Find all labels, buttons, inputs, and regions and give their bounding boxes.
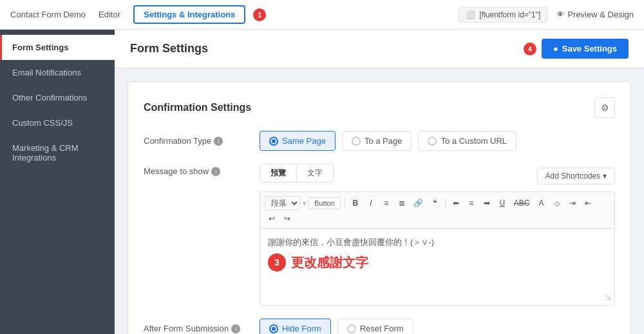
redo-button[interactable]: ↪: [281, 213, 294, 224]
top-nav-right: ⬜ [fluentform id="1"] 👁 Preview & Design: [459, 7, 634, 23]
preview-design-link[interactable]: 👁 Preview & Design: [556, 10, 634, 19]
after-form-submission-row: After Form Submission i Hide Form Reset …: [144, 319, 615, 334]
radio-dot-to-a-custom-url: [428, 137, 437, 146]
option-reset-form[interactable]: Reset Form: [337, 319, 413, 334]
card-header: Confirmation Settings ⚙: [144, 97, 615, 118]
top-nav-left: Contact Form Demo Editor Settings & Inte…: [10, 5, 266, 24]
option-same-page[interactable]: Same Page: [260, 131, 336, 151]
message-to-show-row: Message to show i 預覽 文字: [144, 164, 615, 306]
step-badge-1: 1: [253, 8, 266, 21]
editor-line-1: 謝謝你的來信，小豆會盡快回覆你的！(＞∨-): [268, 237, 607, 248]
undo-button[interactable]: ↩: [265, 213, 278, 224]
info-icon-after-submission: i: [231, 324, 240, 333]
step-badge-4: 4: [524, 43, 536, 55]
option-to-a-custom-url[interactable]: To a Custom URL: [418, 131, 516, 151]
after-form-submission-label: After Form Submission i: [144, 324, 260, 333]
outdent-button[interactable]: ⇤: [582, 197, 594, 209]
sidebar-item-email-notifications[interactable]: Email Notifications: [0, 60, 115, 85]
message-editor-col: 預覽 文字 Add Shortcodes ▾: [260, 164, 615, 306]
confirmation-settings-card: Confirmation Settings ⚙ Confirmation Typ…: [128, 81, 631, 334]
radio-dot-to-a-page: [352, 137, 361, 146]
card-title: Confirmation Settings: [144, 102, 251, 113]
page-header: Form Settings 4 ● Save Settings: [115, 30, 644, 68]
ordered-list-button[interactable]: ≡: [380, 197, 393, 209]
main-content: Form Settings 4 ● Save Settings Confirma…: [115, 30, 644, 334]
thank-you-section: 3 更改感謝文字: [268, 253, 607, 271]
toolbar-sep-2: [445, 198, 446, 208]
save-settings-button[interactable]: ● Save Settings: [542, 39, 629, 59]
after-submission-controls: Hide Form Reset Form: [260, 319, 615, 334]
gear-settings-button[interactable]: ⚙: [594, 97, 615, 118]
tab-preview[interactable]: 預覽: [260, 164, 297, 182]
link-button[interactable]: 🔗: [411, 197, 426, 209]
option-to-a-page[interactable]: To a Page: [342, 131, 412, 151]
underline-button[interactable]: U: [496, 197, 509, 209]
main-layout: Form Settings Email Notifications Other …: [0, 30, 644, 334]
editor-toolbar: 段落 ▾ Button B I ≡ ≣ 🔗 ❝: [260, 192, 615, 228]
font-color-button[interactable]: A: [535, 197, 548, 209]
shortcode-display: ⬜ [fluentform id="1"]: [459, 7, 547, 23]
save-area: 4 ● Save Settings: [524, 39, 629, 59]
site-title: Contact Form Demo: [10, 10, 86, 19]
top-nav: Contact Form Demo Editor Settings & Inte…: [0, 0, 644, 30]
sidebar-item-form-settings[interactable]: Form Settings: [0, 35, 115, 60]
save-icon: ●: [553, 44, 558, 54]
page-title: Form Settings: [130, 42, 208, 55]
quote-button[interactable]: ❝: [428, 197, 441, 209]
info-icon-confirmation-type: i: [214, 137, 223, 146]
step-badge-3: 3: [268, 253, 286, 271]
button-plugin-btn[interactable]: Button: [308, 197, 341, 209]
confirmation-type-label: Confirmation Type i: [144, 136, 260, 146]
sidebar-item-custom-css-js[interactable]: Custom CSS/JS: [0, 110, 115, 135]
message-to-show-label: Message to show i: [144, 164, 260, 176]
editor-body[interactable]: 謝謝你的來信，小豆會盡快回覆你的！(＞∨-) 3 更改感謝文字 ⇲: [260, 228, 615, 306]
radio-dot-reset-form: [347, 324, 356, 333]
tab-text[interactable]: 文字: [297, 164, 334, 182]
thank-you-text: 更改感謝文字: [291, 254, 368, 271]
paragraph-select[interactable]: 段落: [265, 196, 300, 210]
sidebar: Form Settings Email Notifications Other …: [0, 30, 115, 334]
align-right-button[interactable]: ➡: [480, 197, 493, 209]
settings-integrations-button[interactable]: Settings & Integrations: [133, 5, 245, 24]
align-center-button[interactable]: ≡: [465, 197, 478, 209]
option-hide-form[interactable]: Hide Form: [260, 319, 331, 334]
strikethrough-button[interactable]: ABC: [511, 197, 533, 209]
align-left-button[interactable]: ⬅: [450, 197, 462, 209]
toolbar-sep-1: [345, 198, 345, 208]
radio-dot-hide-form: [269, 324, 278, 333]
message-tab-row: 預覽 文字 Add Shortcodes ▾: [260, 164, 615, 188]
confirmation-type-controls: Same Page To a Page To a Custom URL: [260, 131, 615, 151]
sidebar-item-marketing-crm[interactable]: Marketing & CRM Integrations: [0, 135, 115, 170]
sidebar-item-other-confirmations[interactable]: Other Confirmations: [0, 85, 115, 110]
resize-handle: ⇲: [604, 292, 612, 302]
radio-dot-same-page: [269, 137, 278, 146]
eye-icon: 👁: [556, 10, 565, 19]
indent-button[interactable]: ⇥: [566, 197, 579, 209]
shortcode-icon: ⬜: [466, 10, 475, 19]
editor-label: Editor: [93, 10, 126, 19]
add-shortcodes-button[interactable]: Add Shortcodes ▾: [537, 168, 615, 184]
confirmation-type-row: Confirmation Type i Same Page To a Page …: [144, 131, 615, 151]
italic-button[interactable]: I: [365, 197, 377, 209]
bold-button[interactable]: B: [349, 197, 362, 209]
unordered-list-button[interactable]: ≣: [395, 197, 408, 209]
message-tabs: 預覽 文字: [260, 164, 334, 182]
highlight-button[interactable]: ◇: [551, 198, 564, 209]
info-icon-message: i: [211, 167, 220, 176]
chevron-down-icon: ▾: [603, 172, 607, 181]
